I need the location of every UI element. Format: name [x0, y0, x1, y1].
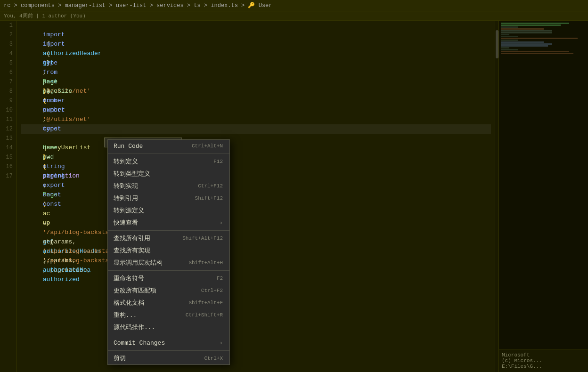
menu-separator-1 [108, 154, 229, 154]
code-line-16: export const ac '/api/blog-backstage/use… [21, 162, 491, 171]
code-editor[interactable]: import { authorizedHeader } from '@/util… [17, 21, 495, 372]
code-line-14: } ; [21, 143, 491, 153]
menu-separator-4 [108, 335, 229, 335]
line-numbers: 1 2 3 4 5 6 7 8 9 10 11 12 13 14 15 16 1… [0, 21, 17, 372]
right-panel: Microsoft (c) Micros... E:\Files\G... [498, 21, 588, 372]
menu-item-refactor[interactable]: 重构... Ctrl+Shift+R [108, 309, 229, 321]
code-line-7: } [21, 77, 491, 87]
code-line-17: export const up st( '/api/blog-backstage… [21, 171, 491, 181]
right-info-1: Microsoft [502, 352, 585, 358]
code-line-1: import { authorizedHeader } from '@/util… [21, 21, 491, 30]
code-line-10 [21, 105, 491, 115]
menu-item-find-all-refs[interactable]: 查找所有引用 Shift+Alt+F12 [108, 232, 229, 244]
menu-item-format[interactable]: 格式化文档 Shift+Alt+F [108, 297, 229, 309]
menu-separator-5 [108, 350, 229, 351]
code-line-6: pageSize : number , [21, 68, 491, 77]
code-line-11: type User = { [21, 115, 491, 124]
menu-item-cut[interactable]: 剪切 Ctrl+X [108, 352, 229, 364]
menu-item-rename[interactable]: 重命名符号 F2 [108, 272, 229, 284]
menu-item-change-all[interactable]: 更改所有匹配项 Ctrl+F2 [108, 284, 229, 297]
menu-item-source-action[interactable]: 源代码操作... [108, 321, 229, 333]
code-line-13: pwd : string ; [21, 134, 491, 143]
right-info-3: E:\Files\G... [502, 364, 585, 369]
menu-item-goto-ref[interactable]: 转到引用 Shift+F12 [108, 192, 229, 204]
menu-item-run-code[interactable]: Run Code Ctrl+Alt+N [108, 140, 229, 152]
right-info-2: (c) Micros... [502, 358, 585, 364]
code-line-3 [21, 40, 491, 49]
menu-item-goto-impl[interactable]: 转到实现 Ctrl+F12 [108, 180, 229, 192]
code-line-12: name : string ; [21, 124, 491, 134]
editor-area: 1 2 3 4 5 6 7 8 9 10 11 12 13 14 15 16 1… [0, 21, 588, 372]
context-menu[interactable]: Run Code Ctrl+Alt+N 转到定义 F12 转到类型定义 转到实现… [107, 139, 230, 365]
minimap [499, 21, 588, 349]
author-line: You, 4周前 | 1 author (You) [0, 11, 588, 21]
breadcrumb-text: rc > components > manager-list > user-li… [4, 2, 272, 9]
scrollbar[interactable] [495, 21, 498, 372]
menu-separator-2 [108, 230, 229, 231]
menu-item-find-all-impl[interactable]: 查找所有实现 [108, 244, 229, 257]
breadcrumb: rc > components > manager-list > user-li… [0, 0, 588, 11]
menu-item-call-hierarchy[interactable]: 显示调用层次结构 Shift+Alt+H [108, 257, 229, 269]
code-line-15 [21, 153, 491, 162]
menu-separator-3 [108, 270, 229, 271]
menu-item-goto-type-def[interactable]: 转到类型定义 [108, 168, 229, 180]
code-line-8 [21, 87, 491, 96]
code-line-2: import { get , post } from '@/utils/net' [21, 30, 491, 40]
code-line-9: export const queryUserList = ( pagenatio… [21, 96, 491, 105]
minimap-content [499, 21, 588, 57]
scrollbar-thumb[interactable] [496, 30, 498, 58]
menu-item-goto-def[interactable]: 转到定义 F12 [108, 155, 229, 168]
right-panel-info: Microsoft (c) Micros... E:\Files\G... [499, 349, 588, 372]
code-line-5: page : number , [21, 58, 491, 68]
menu-item-commit[interactable]: Commit Changes › [108, 337, 229, 349]
author-text: You, 4周前 | 1 author (You) [4, 13, 86, 19]
menu-item-goto-src-def[interactable]: 转到源定义 [108, 204, 229, 217]
menu-item-quick-view[interactable]: 快速查看 › [108, 217, 229, 229]
